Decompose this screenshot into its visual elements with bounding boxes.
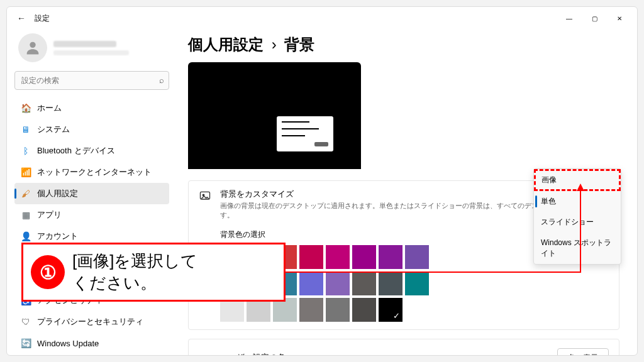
search-icon: ⌕ [159,75,164,85]
sidebar-item-home[interactable]: 🏠ホーム [14,97,169,119]
annotation-callout: ① [画像]を選択して ください。 [21,243,286,302]
color-swatch[interactable] [379,298,402,322]
sidebar-item-priv[interactable]: 🛡プライバシーとセキュリティ [14,311,169,332]
dropdown-opt-spotlight[interactable]: Windows スポットライト [534,233,621,264]
color-swatch[interactable] [299,245,323,269]
net-icon: 📶 [21,167,31,177]
breadcrumb-parent[interactable]: 個人用設定 [188,36,264,53]
acct-icon: 👤 [21,231,31,241]
picture-icon [199,190,211,202]
profile[interactable] [14,30,169,71]
sidebar-item-pers[interactable]: 🖌個人用設定 [14,183,169,204]
home-icon: 🏠 [21,103,31,113]
background-type-dropdown[interactable]: 画像 単色 スライドショー Windows スポットライト [533,168,621,265]
color-swatch[interactable] [405,245,429,269]
annotation-text: [画像]を選択して ください。 [72,250,197,294]
color-swatch[interactable] [352,245,376,269]
user-color-section: ユーザー設定の色 色の表示 [188,339,619,356]
main-content: 個人用設定 › 背景 背景をカスタマイズ 画像の背景は現在のデスクトッ [177,30,637,355]
maximize-button[interactable]: ▢ [582,9,607,27]
search-box[interactable]: ⌕ [14,71,169,90]
color-swatch[interactable] [352,298,376,322]
sidebar-item-bt[interactable]: ᛒBluetooth とデバイス [14,140,169,162]
desktop-preview [188,62,361,169]
sidebar-item-net[interactable]: 📶ネットワークとインターネット [14,162,169,183]
apps-icon: ▦ [21,210,31,220]
sidebar-item-label: システム [37,124,70,135]
sidebar-item-label: ネットワークとインターネット [37,167,152,178]
color-swatch[interactable] [299,298,323,322]
svg-point-0 [30,42,35,48]
color-swatch[interactable] [405,272,429,295]
titlebar: ← 設定 ― ▢ ✕ [7,7,637,30]
color-swatch[interactable] [379,272,402,295]
annotation-arrow [580,190,581,272]
sidebar-item-wu[interactable]: 🔄Windows Update [14,332,169,354]
annotation-arrow [286,272,581,273]
breadcrumb-sep: › [272,36,277,53]
color-swatch[interactable] [326,272,350,295]
color-swatch[interactable] [326,298,350,322]
sidebar-item-system[interactable]: 🖥システム [14,119,169,140]
priv-icon: 🛡 [21,317,31,327]
back-button[interactable]: ← [17,13,26,23]
dropdown-opt-solid[interactable]: 単色 [534,191,621,212]
sidebar-item-label: プライバシーとセキュリティ [37,316,143,327]
sidebar-item-apps[interactable]: ▦アプリ [14,204,169,226]
breadcrumb: 個人用設定 › 背景 [188,35,619,55]
annotation-number: ① [31,255,65,289]
wu-icon: 🔄 [21,338,31,348]
sidebar-item-label: アカウント [37,231,78,242]
dropdown-opt-slideshow[interactable]: スライドショー [534,212,621,233]
color-swatch[interactable] [379,245,402,269]
color-swatch[interactable] [299,272,323,295]
breadcrumb-current: 背景 [284,36,314,53]
color-swatch[interactable] [352,272,376,295]
search-input[interactable] [14,71,169,90]
preview-window [277,116,333,151]
sidebar-item-label: Bluetooth とデバイス [37,145,115,156]
color-swatch[interactable] [326,245,350,269]
minimize-button[interactable]: ― [557,9,582,27]
system-icon: 🖥 [21,124,31,134]
sidebar: ⌕ 🏠ホーム🖥システムᛒBluetooth とデバイス📶ネットワークとインターネ… [7,30,177,355]
annotation-arrowhead [577,184,584,191]
sidebar-item-label: 個人用設定 [37,188,78,199]
close-button[interactable]: ✕ [607,9,632,27]
pers-icon: 🖌 [21,189,31,199]
bt-icon: ᛒ [21,146,31,156]
sidebar-item-label: Windows Update [37,339,99,348]
app-title: 設定 [35,13,50,24]
show-color-button[interactable]: 色の表示 [557,348,609,356]
avatar [18,33,47,62]
sidebar-item-label: アプリ [37,209,62,221]
user-color-label: ユーザー設定の色 [220,352,286,356]
sidebar-item-label: ホーム [37,102,62,114]
